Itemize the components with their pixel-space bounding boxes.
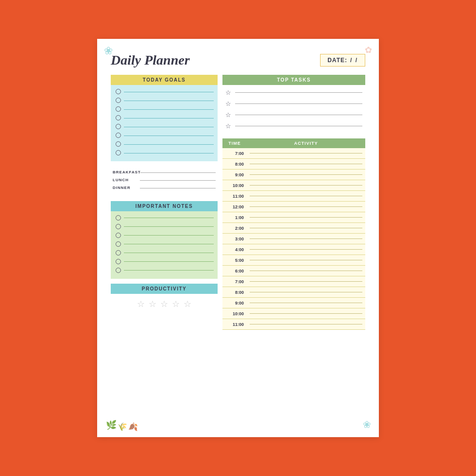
right-column: TOP TASKS ☆ ☆ ☆ ☆ TIME ACTIVITY 7:008:00… <box>222 75 365 330</box>
schedule-row[interactable]: 9:00 <box>222 298 365 308</box>
note-item[interactable] <box>116 268 214 273</box>
schedule-row[interactable]: 9:00 <box>222 170 365 180</box>
schedule-row[interactable]: 4:00 <box>222 244 365 255</box>
today-goals-header: TODAY GOALS <box>111 75 218 85</box>
goal-checkbox[interactable] <box>116 141 121 147</box>
sched-time-label: 11:00 <box>222 322 247 327</box>
goal-item[interactable] <box>116 133 214 138</box>
schedule-row[interactable]: 1:00 <box>222 212 365 223</box>
schedule-row[interactable]: 8:00 <box>222 159 365 170</box>
note-checkbox[interactable] <box>116 233 121 238</box>
note-checkbox[interactable] <box>116 259 121 264</box>
task-star-icon: ☆ <box>225 100 231 107</box>
task-item[interactable]: ☆ <box>225 111 362 119</box>
goal-checkbox[interactable] <box>116 98 121 103</box>
goal-item[interactable] <box>116 98 214 103</box>
lunch-line <box>140 180 216 181</box>
task-star-icon: ☆ <box>225 89 231 96</box>
productivity-stars: ☆ ☆ ☆ ☆ ☆ <box>111 294 218 312</box>
sched-time-label: 10:00 <box>222 311 247 316</box>
goal-item[interactable] <box>116 150 214 155</box>
sched-time-label: 1:00 <box>222 215 247 220</box>
top-tasks-list: ☆ ☆ ☆ ☆ <box>222 85 365 134</box>
goal-item[interactable] <box>116 124 214 129</box>
sched-time-label: 10:00 <box>222 183 247 188</box>
goal-checkbox[interactable] <box>116 150 121 155</box>
goal-checkbox[interactable] <box>116 124 121 129</box>
top-tasks-section: TOP TASKS ☆ ☆ ☆ ☆ <box>222 75 365 134</box>
note-checkbox[interactable] <box>116 215 121 221</box>
schedule-row[interactable]: 8:00 <box>222 287 365 298</box>
task-line <box>235 103 362 104</box>
note-item[interactable] <box>116 250 214 255</box>
important-notes-section: IMPORTANT NOTES <box>111 201 218 279</box>
note-item[interactable] <box>116 259 214 264</box>
task-item[interactable]: ☆ <box>225 89 362 96</box>
left-column: TODAY GOALS BREAKFAST <box>111 75 218 315</box>
sched-time-label: 7:00 <box>222 279 247 284</box>
meals-section: BREAKFAST LUNCH DINNER <box>111 166 218 196</box>
goal-checkbox[interactable] <box>116 89 121 94</box>
note-checkbox[interactable] <box>116 250 121 255</box>
goal-checkbox[interactable] <box>116 106 121 112</box>
sched-time-label: 12:00 <box>222 204 247 209</box>
schedule-row[interactable]: 12:00 <box>222 202 365 212</box>
sched-time-label: 11:00 <box>222 194 247 199</box>
schedule-row[interactable]: 10:00 <box>222 180 365 191</box>
schedule-row[interactable]: 7:00 <box>222 276 365 287</box>
note-item[interactable] <box>116 241 214 247</box>
note-checkbox[interactable] <box>116 241 121 247</box>
schedule-rows: 7:008:009:0010:0011:0012:001:002:003:004… <box>222 148 365 330</box>
schedule-row[interactable]: 6:00 <box>222 266 365 276</box>
goal-item[interactable] <box>116 115 214 120</box>
schedule-row[interactable]: 11:00 <box>222 191 365 202</box>
sched-activity-line <box>250 174 362 175</box>
task-line <box>235 126 362 126</box>
dinner-row: DINNER <box>113 186 216 190</box>
deco-flower-tl: ❀ <box>104 45 113 57</box>
deco-leaf-bl1: 🌿 <box>106 420 117 430</box>
schedule-section: TIME ACTIVITY 7:008:009:0010:0011:0012:0… <box>222 138 365 330</box>
star-3[interactable]: ☆ <box>160 299 168 309</box>
task-item[interactable]: ☆ <box>225 122 362 130</box>
note-line <box>124 235 214 236</box>
goal-item[interactable] <box>116 141 214 147</box>
sched-time-label: 6:00 <box>222 269 247 273</box>
note-item[interactable] <box>116 224 214 229</box>
note-line <box>124 270 214 271</box>
task-item[interactable]: ☆ <box>225 100 362 107</box>
schedule-row[interactable]: 2:00 <box>222 223 365 234</box>
sched-activity-line <box>250 217 362 218</box>
goal-item[interactable] <box>116 89 214 94</box>
star-5[interactable]: ☆ <box>184 299 191 309</box>
schedule-row[interactable]: 5:00 <box>222 255 365 266</box>
lunch-label: LUNCH <box>113 178 136 182</box>
schedule-row[interactable]: 3:00 <box>222 234 365 244</box>
goal-checkbox[interactable] <box>116 115 121 120</box>
sched-activity-line <box>250 281 362 282</box>
note-item[interactable] <box>116 215 214 221</box>
sched-time-label: 9:00 <box>222 301 247 306</box>
sched-time-label: 8:00 <box>222 162 247 167</box>
note-checkbox[interactable] <box>116 224 121 229</box>
goal-checkbox[interactable] <box>116 133 121 138</box>
main-content: TODAY GOALS BREAKFAST <box>111 75 365 330</box>
schedule-row[interactable]: 7:00 <box>222 148 365 159</box>
star-2[interactable]: ☆ <box>149 299 156 309</box>
schedule-row[interactable]: 10:00 <box>222 308 365 319</box>
breakfast-line <box>140 172 216 173</box>
goal-item[interactable] <box>116 106 214 112</box>
note-line <box>124 253 214 253</box>
sched-activity-line <box>250 271 362 271</box>
task-line <box>235 115 362 115</box>
schedule-row[interactable]: 11:00 <box>222 319 365 330</box>
note-item[interactable] <box>116 233 214 238</box>
productivity-section: PRODUCTIVITY ☆ ☆ ☆ ☆ ☆ <box>111 284 218 312</box>
star-1[interactable]: ☆ <box>137 299 145 309</box>
note-checkbox[interactable] <box>116 268 121 273</box>
sched-activity-line <box>250 260 362 260</box>
star-4[interactable]: ☆ <box>172 299 180 309</box>
note-line <box>124 244 214 244</box>
schedule-activity-header: ACTIVITY <box>247 138 365 148</box>
goal-line <box>124 144 214 145</box>
